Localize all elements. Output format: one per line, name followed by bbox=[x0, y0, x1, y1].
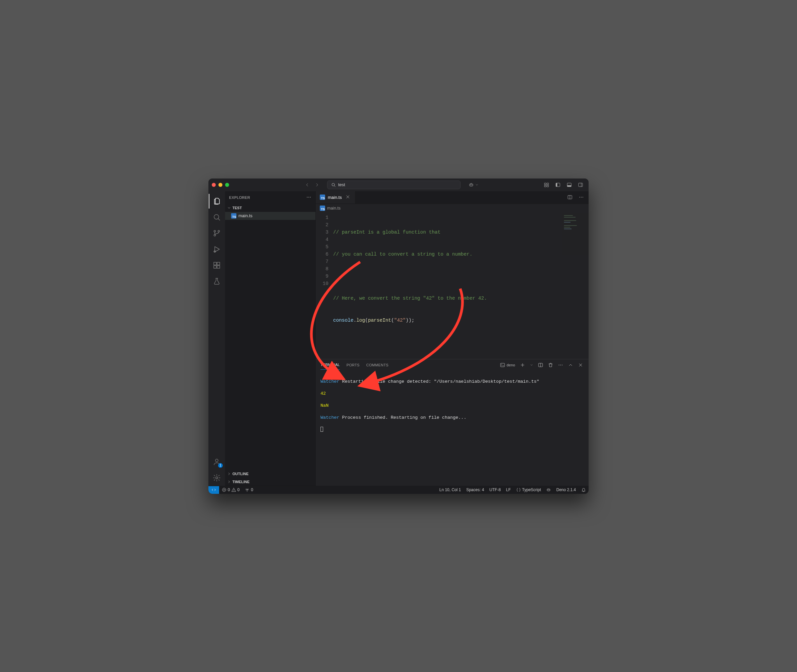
gear-icon bbox=[213, 474, 221, 482]
radio-tower-icon bbox=[245, 488, 249, 492]
eol-status[interactable]: LF bbox=[503, 486, 514, 494]
encoding-status[interactable]: UTF-8 bbox=[487, 486, 503, 494]
toggle-secondary-sidebar-button[interactable] bbox=[576, 181, 585, 189]
toggle-panel-button[interactable] bbox=[565, 181, 574, 189]
svg-point-24 bbox=[307, 197, 307, 198]
cursor-position-status[interactable]: Ln 10, Col 1 bbox=[436, 486, 463, 494]
command-center-search[interactable]: test bbox=[327, 181, 460, 189]
terminal-text: Process finished. Restarting on file cha… bbox=[339, 415, 466, 420]
source-control-activity[interactable] bbox=[209, 225, 225, 241]
language-mode-status[interactable]: TypeScript bbox=[514, 486, 544, 494]
code-content: // parseInt is a global function that //… bbox=[333, 213, 589, 359]
maximize-panel-button[interactable] bbox=[567, 362, 574, 368]
file-tree-item[interactable]: TS main.ts bbox=[225, 212, 315, 220]
remote-button[interactable] bbox=[208, 486, 219, 494]
split-terminal-button[interactable] bbox=[537, 362, 544, 368]
svg-point-39 bbox=[548, 490, 548, 490]
chevron-down-icon bbox=[227, 206, 231, 210]
fullscreen-window-button[interactable] bbox=[225, 183, 229, 187]
copilot-button[interactable] bbox=[466, 181, 481, 188]
chevron-down-icon bbox=[530, 363, 533, 367]
status-bar: 0 0 0 Ln 10, Col 1 Spaces: 4 UTF-8 LF Ty… bbox=[208, 486, 589, 494]
svg-rect-6 bbox=[545, 185, 546, 187]
explorer-sidebar: EXPLORER TEST TS main.ts OUTLINE bbox=[225, 191, 316, 486]
svg-rect-11 bbox=[567, 185, 571, 187]
chevron-right-icon bbox=[227, 480, 231, 484]
minimap[interactable] bbox=[562, 213, 589, 359]
customize-layout-button[interactable] bbox=[542, 181, 551, 189]
breadcrumb-file: main.ts bbox=[327, 206, 340, 211]
problems-status[interactable]: 0 0 bbox=[219, 486, 242, 494]
panel-more-button[interactable] bbox=[557, 362, 564, 368]
split-horizontal-icon bbox=[567, 195, 573, 200]
explorer-activity[interactable] bbox=[209, 193, 225, 209]
terminal-launch-profile[interactable]: deno bbox=[499, 362, 516, 368]
extensions-activity[interactable] bbox=[209, 257, 225, 273]
terminal-text: Watcher bbox=[321, 379, 339, 384]
terminal-text: 42 bbox=[321, 391, 326, 396]
runtime-status[interactable]: Deno 2.1.4 bbox=[554, 486, 578, 494]
copilot-status[interactable] bbox=[543, 486, 554, 494]
editor-tab[interactable]: TS main.ts bbox=[316, 191, 356, 203]
svg-point-35 bbox=[562, 365, 562, 365]
svg-point-22 bbox=[216, 459, 218, 462]
ports-status[interactable]: 0 bbox=[242, 486, 256, 494]
git-branch-icon bbox=[213, 229, 221, 237]
code-editor[interactable]: 123 456 789 10 // parseInt is a global f… bbox=[316, 213, 589, 359]
notifications-button[interactable] bbox=[578, 486, 589, 494]
terminal-output[interactable]: Watcher Restarting! File change detected… bbox=[316, 371, 589, 486]
run-debug-activity[interactable] bbox=[209, 241, 225, 257]
editor-more-button[interactable] bbox=[577, 193, 586, 202]
tab-close-button[interactable] bbox=[345, 194, 351, 201]
project-section-header[interactable]: TEST bbox=[225, 204, 315, 212]
trash-icon bbox=[548, 362, 553, 368]
files-icon bbox=[213, 197, 221, 205]
panel-tab-terminal[interactable]: TERMINAL bbox=[321, 360, 340, 370]
svg-rect-21 bbox=[217, 262, 220, 265]
svg-point-28 bbox=[579, 197, 580, 198]
svg-rect-5 bbox=[547, 183, 549, 184]
panel-tab-comments[interactable]: COMMENTS bbox=[366, 360, 388, 370]
search-activity[interactable] bbox=[209, 209, 225, 225]
outline-label: OUTLINE bbox=[232, 472, 248, 476]
svg-rect-12 bbox=[578, 183, 583, 187]
copilot-icon bbox=[546, 488, 551, 492]
nav-back-button[interactable] bbox=[302, 181, 312, 189]
terminal-profile-dropdown[interactable] bbox=[529, 363, 534, 367]
editor-group: TS main.ts TS main.ts bbox=[316, 191, 589, 486]
outline-section-header[interactable]: OUTLINE bbox=[225, 470, 315, 478]
titlebar: test bbox=[208, 179, 589, 191]
svg-rect-7 bbox=[547, 185, 549, 187]
nav-forward-button[interactable] bbox=[313, 181, 322, 189]
search-icon bbox=[213, 213, 221, 221]
timeline-section-header[interactable]: TIMELINE bbox=[225, 478, 315, 486]
plus-icon bbox=[520, 362, 525, 368]
svg-point-34 bbox=[560, 365, 561, 365]
bottom-panel: TERMINAL PORTS COMMENTS deno bbox=[316, 359, 589, 486]
toggle-primary-sidebar-button[interactable] bbox=[553, 181, 562, 189]
kill-terminal-button[interactable] bbox=[547, 362, 554, 368]
breadcrumb[interactable]: TS main.ts bbox=[316, 204, 589, 213]
activity-bar: 1 bbox=[208, 191, 225, 486]
new-terminal-button[interactable] bbox=[519, 362, 526, 368]
project-name: TEST bbox=[232, 206, 242, 210]
warning-icon bbox=[232, 488, 236, 492]
terminal-name: deno bbox=[506, 363, 515, 367]
split-editor-button[interactable] bbox=[565, 193, 575, 202]
minimize-window-button[interactable] bbox=[219, 183, 222, 187]
panel-tab-ports[interactable]: PORTS bbox=[347, 360, 359, 370]
close-panel-button[interactable] bbox=[577, 362, 584, 368]
svg-point-23 bbox=[216, 477, 218, 479]
split-horizontal-icon bbox=[538, 362, 543, 368]
braces-icon bbox=[516, 488, 521, 492]
testing-activity[interactable] bbox=[209, 273, 225, 289]
sidebar-more-button[interactable] bbox=[306, 195, 311, 200]
terminal-icon bbox=[500, 362, 505, 368]
chevron-right-icon bbox=[227, 472, 231, 476]
accounts-activity[interactable]: 1 bbox=[209, 454, 225, 470]
settings-activity[interactable] bbox=[209, 470, 225, 486]
window-controls bbox=[212, 183, 229, 187]
indentation-status[interactable]: Spaces: 4 bbox=[463, 486, 487, 494]
close-window-button[interactable] bbox=[212, 183, 216, 187]
error-icon bbox=[222, 488, 227, 492]
